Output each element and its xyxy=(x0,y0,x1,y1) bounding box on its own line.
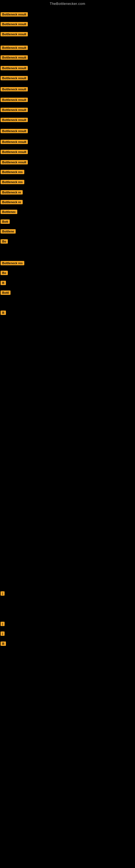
bottleneck-result-badge[interactable]: Bottleneck result xyxy=(1,129,28,133)
bottleneck-result-badge[interactable]: Bottl xyxy=(1,290,10,295)
bottleneck-result-badge[interactable]: B xyxy=(1,281,6,285)
bottleneck-result-badge[interactable]: Bottlenec xyxy=(1,210,17,214)
bottleneck-result-badge[interactable]: Bottleneck result xyxy=(1,55,28,60)
bottleneck-result-badge[interactable]: Bottleneck result xyxy=(1,66,28,70)
bottleneck-result-badge[interactable]: Bo xyxy=(1,239,8,244)
bottleneck-result-badge[interactable]: Bottleneck res xyxy=(1,180,24,184)
bottleneck-result-badge[interactable]: Bottleneck result xyxy=(1,160,28,164)
bottleneck-result-badge[interactable]: Bottleneck result xyxy=(1,32,28,36)
bottleneck-result-badge[interactable]: B xyxy=(1,642,6,646)
bottleneck-result-badge[interactable]: Bottleneck res xyxy=(1,170,24,174)
bottleneck-result-badge[interactable]: Bottleneck re xyxy=(1,200,23,204)
bottleneck-result-badge[interactable]: Bottleneck result xyxy=(1,22,28,26)
bottleneck-result-badge[interactable]: Bottleneck result xyxy=(1,98,28,102)
bottleneck-result-badge[interactable]: Bottleneck result xyxy=(1,140,28,144)
bottleneck-result-badge[interactable]: Bottleneck res xyxy=(1,261,24,265)
bottleneck-result-badge[interactable]: | xyxy=(1,591,5,596)
bottleneck-result-badge[interactable]: Bottleneck result xyxy=(1,87,28,91)
bottleneck-result-badge[interactable]: Bottleneck result xyxy=(1,108,28,112)
site-title: TheBottlenecker.com xyxy=(0,0,135,7)
bottleneck-result-badge[interactable]: Bo xyxy=(1,271,8,275)
bottleneck-result-badge[interactable]: Bottleneck result xyxy=(1,150,28,154)
bottleneck-result-badge[interactable]: Bottlene xyxy=(1,229,16,234)
bottleneck-result-badge[interactable]: Bottleneck result xyxy=(1,12,28,17)
bottleneck-result-badge[interactable]: | xyxy=(1,631,5,636)
bottleneck-result-badge[interactable]: Bottleneck re xyxy=(1,190,23,194)
bottleneck-result-badge[interactable]: Bott xyxy=(1,219,10,224)
bottleneck-result-badge[interactable]: | xyxy=(1,622,5,626)
bottleneck-result-badge[interactable]: Bottleneck result xyxy=(1,76,28,80)
bottleneck-result-badge[interactable]: Bottleneck result xyxy=(1,45,28,50)
bottleneck-result-badge[interactable]: Bottleneck result xyxy=(1,118,28,122)
bottleneck-result-badge[interactable]: B xyxy=(1,311,6,315)
